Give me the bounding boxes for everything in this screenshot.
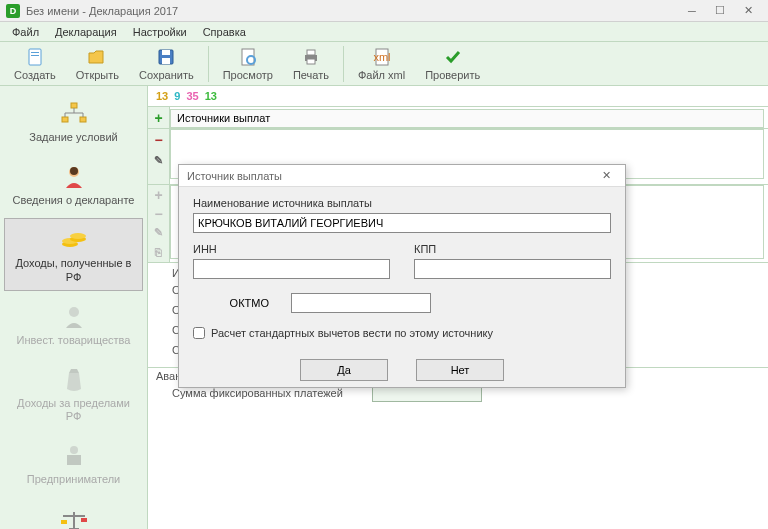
svg-rect-9 xyxy=(307,50,315,55)
briefcase-person-icon xyxy=(57,441,91,471)
menu-help[interactable]: Справка xyxy=(195,24,254,40)
svg-rect-0 xyxy=(29,49,41,65)
sources-header: Источники выплат xyxy=(170,109,764,128)
svg-rect-2 xyxy=(31,55,39,56)
svg-rect-4 xyxy=(162,50,170,55)
dialog-no-button[interactable]: Нет xyxy=(416,359,504,381)
menubar: Файл Декларация Настройки Справка xyxy=(0,22,768,42)
toolbar-check[interactable]: Проверить xyxy=(415,44,490,83)
check-icon xyxy=(442,46,464,68)
std-deduction-checkbox-row[interactable]: Расчет стандартных вычетов вести по этом… xyxy=(193,327,611,339)
remove-income-button[interactable]: − xyxy=(150,206,168,223)
rate-9[interactable]: 9 xyxy=(174,90,180,102)
sidebar-invest[interactable]: Инвест. товарищества xyxy=(4,295,143,354)
dialog-title: Источник выплаты xyxy=(187,170,282,182)
inn-input[interactable] xyxy=(193,259,390,279)
svg-rect-1 xyxy=(31,52,39,53)
save-icon xyxy=(155,46,177,68)
edit-income-button[interactable]: ✎ xyxy=(150,225,168,242)
sidebar-declarant[interactable]: Сведения о декларанте xyxy=(4,155,143,214)
dialog-close-button[interactable]: ✕ xyxy=(595,169,617,182)
oktmo-label: ОКТМО xyxy=(193,297,277,309)
preview-icon xyxy=(237,46,259,68)
folder-open-icon xyxy=(86,46,108,68)
oktmo-input[interactable] xyxy=(291,293,431,313)
svg-point-27 xyxy=(70,446,78,454)
svg-rect-14 xyxy=(62,117,68,122)
dialog-titlebar: Источник выплаты ✕ xyxy=(179,165,625,187)
new-file-icon xyxy=(24,46,46,68)
menu-settings[interactable]: Настройки xyxy=(125,24,195,40)
inn-label: ИНН xyxy=(193,243,390,255)
rate-13b[interactable]: 13 xyxy=(205,90,217,102)
menu-file[interactable]: Файл xyxy=(4,24,47,40)
sidebar-income-rf[interactable]: Доходы, полученные в РФ xyxy=(4,218,143,290)
person-icon xyxy=(57,162,91,192)
toolbar-print[interactable]: Печать xyxy=(283,44,339,83)
window-title: Без имени - Декларация 2017 xyxy=(26,5,678,17)
minimize-button[interactable]: ─ xyxy=(678,2,706,20)
svg-rect-32 xyxy=(81,518,87,522)
svg-rect-31 xyxy=(61,520,67,524)
toolbar-separator xyxy=(208,46,209,82)
svg-point-25 xyxy=(70,233,86,239)
sidebar-deductions[interactable]: Вычеты xyxy=(4,498,143,530)
xml-file-icon: xml xyxy=(371,46,393,68)
toolbar-open[interactable]: Открыть xyxy=(66,44,129,83)
source-name-input[interactable] xyxy=(193,213,611,233)
scales-icon xyxy=(57,505,91,530)
svg-point-26 xyxy=(69,307,79,317)
invest-icon xyxy=(57,302,91,332)
kpp-input[interactable] xyxy=(414,259,611,279)
menu-declaration[interactable]: Декларация xyxy=(47,24,125,40)
coins-icon xyxy=(57,225,91,255)
sidebar-income-abroad[interactable]: Доходы за пределами РФ xyxy=(4,358,143,430)
sidebar: Задание условий Сведения о декларанте До… xyxy=(0,86,148,529)
print-icon xyxy=(300,46,322,68)
kpp-label: КПП xyxy=(414,243,611,255)
toolbar-separator xyxy=(343,46,344,82)
rate-tabs: 13 9 35 13 xyxy=(148,86,768,106)
toolbar-filexml[interactable]: xml Файл xml xyxy=(348,44,415,83)
sidebar-conditions[interactable]: Задание условий xyxy=(4,92,143,151)
toolbar-preview[interactable]: Просмотр xyxy=(213,44,283,83)
add-source-button[interactable]: + xyxy=(150,109,168,126)
svg-rect-5 xyxy=(162,58,170,64)
svg-rect-13 xyxy=(71,103,77,108)
moneybag-icon xyxy=(57,365,91,395)
edit-source-button[interactable]: ✎ xyxy=(150,151,168,169)
payment-source-dialog: Источник выплаты ✕ Наименование источник… xyxy=(178,164,626,388)
sidebar-entrepreneurs[interactable]: Предприниматели xyxy=(4,434,143,493)
remove-source-button[interactable]: − xyxy=(150,131,168,149)
svg-rect-10 xyxy=(307,59,315,64)
std-deduction-checkbox[interactable] xyxy=(193,327,205,339)
rate-35[interactable]: 35 xyxy=(186,90,198,102)
add-income-button[interactable]: + xyxy=(150,187,168,204)
titlebar: D Без имени - Декларация 2017 ─ ☐ ✕ xyxy=(0,0,768,22)
svg-text:xml: xml xyxy=(373,51,390,63)
svg-point-21 xyxy=(70,167,78,175)
maximize-button[interactable]: ☐ xyxy=(706,2,734,20)
toolbar: Создать Открыть Сохранить Просмотр Печат… xyxy=(0,42,768,86)
close-button[interactable]: ✕ xyxy=(734,2,762,20)
svg-rect-28 xyxy=(67,455,81,465)
std-deduction-label: Расчет стандартных вычетов вести по этом… xyxy=(211,327,493,339)
tree-icon xyxy=(57,99,91,129)
toolbar-create[interactable]: Создать xyxy=(4,44,66,83)
source-name-label: Наименование источника выплаты xyxy=(193,197,611,209)
svg-rect-15 xyxy=(80,117,86,122)
app-icon: D xyxy=(6,4,20,18)
copy-income-button[interactable]: ⎘ xyxy=(150,243,168,260)
rate-13[interactable]: 13 xyxy=(156,90,168,102)
dialog-yes-button[interactable]: Да xyxy=(300,359,388,381)
toolbar-save[interactable]: Сохранить xyxy=(129,44,204,83)
